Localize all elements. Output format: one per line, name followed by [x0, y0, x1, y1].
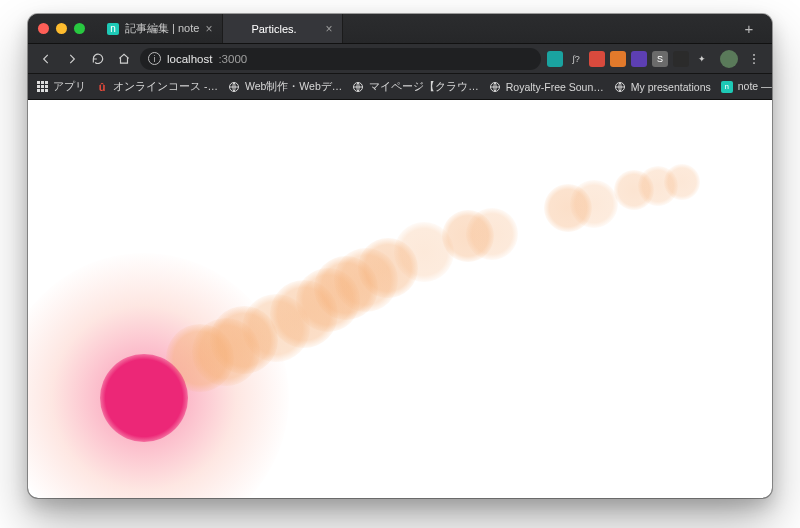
reload-icon[interactable]	[88, 49, 108, 69]
back-icon[interactable]	[36, 49, 56, 69]
window-zoom-button[interactable]	[74, 23, 85, 34]
favicon-icon	[233, 23, 245, 35]
ext-orange[interactable]	[610, 51, 626, 67]
titlebar: n記事編集 | note×Particles.× +	[28, 14, 772, 44]
particle-trail	[614, 170, 654, 210]
ext-puzzle[interactable]: ✦	[694, 51, 710, 67]
particle-cursor-glow	[28, 253, 289, 498]
ext-red[interactable]	[589, 51, 605, 67]
bookmark-item[interactable]: Royalty-Free Soun…	[489, 81, 604, 93]
browser-window: n記事編集 | note×Particles.× + i localhost:3…	[28, 14, 772, 498]
bookmark-item[interactable]: My presentations	[614, 81, 711, 93]
bookmark-label: My presentations	[631, 81, 711, 93]
particle-cursor-core	[100, 354, 188, 442]
address-host: localhost	[167, 53, 212, 65]
ext-dark[interactable]	[673, 51, 689, 67]
particle-trail	[544, 184, 592, 232]
address-port: :3000	[218, 53, 247, 65]
globe-icon	[614, 81, 626, 93]
particle-trail	[394, 222, 454, 282]
address-bar[interactable]: i localhost:3000	[140, 48, 541, 70]
particle-trail	[210, 306, 278, 374]
bookmark-label: マイページ【クラウ…	[369, 80, 479, 94]
tab-close-icon[interactable]: ×	[205, 22, 212, 36]
particle-trail	[358, 238, 418, 298]
svg-point-0	[753, 53, 755, 55]
profile-avatar[interactable]	[720, 50, 738, 68]
forward-icon[interactable]	[62, 49, 82, 69]
tab-title: 記事編集 | note	[125, 21, 199, 36]
globe-icon	[352, 81, 364, 93]
site-info-icon[interactable]: i	[148, 52, 161, 65]
particle-trail	[466, 208, 518, 260]
particle-trail	[270, 280, 338, 348]
tab-close-icon[interactable]: ×	[325, 22, 332, 36]
ext-purple[interactable]	[631, 51, 647, 67]
particle-trail	[314, 256, 378, 320]
bookmark-item[interactable]: アプリ	[36, 80, 86, 94]
tab-strip: n記事編集 | note×Particles.×	[97, 14, 730, 43]
tab[interactable]: Particles.×	[223, 14, 343, 43]
particle-trail	[334, 248, 398, 312]
tab-title: Particles.	[251, 23, 319, 35]
svg-point-2	[753, 62, 755, 64]
bookmark-item[interactable]: Web制作・Webデ…	[228, 80, 342, 94]
globe-icon	[489, 81, 501, 93]
bookmark-label: Web制作・Webデ…	[245, 80, 342, 94]
extension-icons: ∫?S✦	[547, 51, 710, 67]
svg-point-1	[753, 58, 755, 60]
tab[interactable]: n記事編集 | note×	[97, 14, 223, 43]
bookmark-label: オンラインコース -…	[113, 80, 218, 94]
bookmark-item[interactable]: nnote ――つくる、…	[721, 80, 772, 94]
window-close-button[interactable]	[38, 23, 49, 34]
new-tab-button[interactable]: +	[736, 20, 762, 37]
bookmark-label: アプリ	[53, 80, 86, 94]
traffic-lights	[38, 23, 85, 34]
particle-trail	[192, 318, 260, 386]
bookmarks-bar: アプリûオンラインコース -…Web制作・Webデ…マイページ【クラウ…Roya…	[28, 74, 772, 100]
particle-trail	[570, 180, 618, 228]
ext-integral[interactable]: ∫?	[568, 51, 584, 67]
home-icon[interactable]	[114, 49, 134, 69]
bookmark-item[interactable]: ûオンラインコース -…	[96, 80, 218, 94]
note-favicon-icon: n	[107, 23, 119, 35]
apps-grid-icon	[36, 81, 48, 93]
particle-trail	[664, 164, 700, 200]
bookmark-item[interactable]: マイページ【クラウ…	[352, 80, 479, 94]
particle-trail	[638, 166, 678, 206]
kebab-menu-icon[interactable]	[744, 49, 764, 69]
particle-trail	[296, 268, 360, 332]
particle-trail	[442, 210, 494, 262]
window-minimize-button[interactable]	[56, 23, 67, 34]
ext-grey-s[interactable]: S	[652, 51, 668, 67]
globe-icon	[228, 81, 240, 93]
bookmark-label: Royalty-Free Soun…	[506, 81, 604, 93]
ext-teal[interactable]	[547, 51, 563, 67]
udemy-icon: û	[96, 81, 108, 93]
note-icon: n	[721, 81, 733, 93]
bookmark-label: note ――つくる、…	[738, 80, 772, 94]
page-content	[28, 100, 772, 498]
particle-trail	[242, 294, 310, 362]
particle-trail	[166, 324, 234, 392]
toolbar: i localhost:3000 ∫?S✦	[28, 44, 772, 74]
